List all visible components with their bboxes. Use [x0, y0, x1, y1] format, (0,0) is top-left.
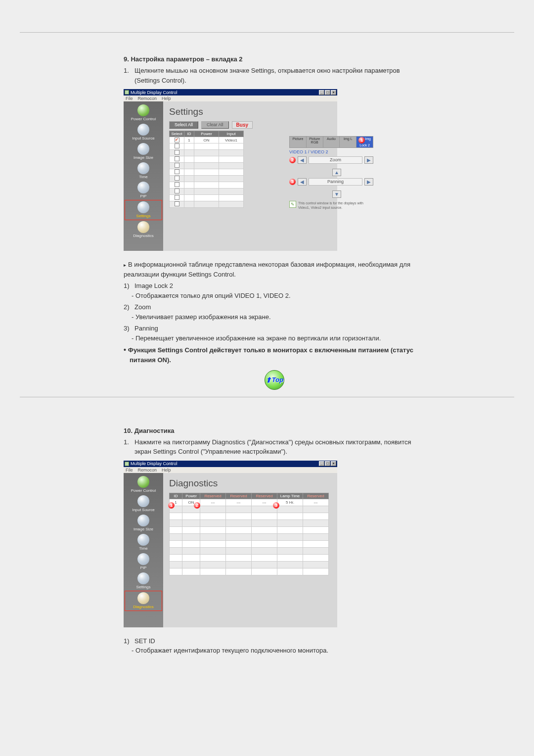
diagnostics-screenshot: Multiple Display Control _ □ × File Remo… — [124, 461, 337, 627]
minimize-icon[interactable]: _ — [319, 461, 324, 466]
sidebar-item-settings[interactable]: Settings — [124, 571, 163, 591]
note-icon: ✎ — [289, 201, 296, 208]
table-row[interactable] — [170, 150, 244, 156]
table-row[interactable] — [170, 163, 244, 169]
right-arrow-icon[interactable]: ▶ — [364, 156, 373, 164]
table-row[interactable] — [170, 176, 244, 182]
down-arrow-icon[interactable]: ▼ — [332, 190, 341, 198]
info-bullet: ▸В информационной таблице представлена н… — [124, 260, 425, 279]
checkbox-icon[interactable] — [175, 176, 179, 181]
maximize-icon[interactable]: □ — [325, 461, 330, 466]
settings-screenshot: Multiple Display Control _ □ × File Remo… — [124, 89, 337, 251]
sidebar-item-pip[interactable]: PIP — [124, 552, 163, 571]
sidebar-item-power[interactable]: Power Control — [124, 475, 163, 494]
badge-1: 1 — [168, 502, 175, 509]
settings-icon — [137, 572, 149, 584]
menu-help[interactable]: Help — [162, 468, 171, 472]
clear-all-button[interactable]: Clear All — [201, 121, 229, 129]
menu-help[interactable]: Help — [162, 96, 171, 101]
table-row[interactable] — [170, 506, 329, 513]
app-icon — [125, 90, 129, 94]
th-reserved: Reserved — [252, 493, 277, 499]
left-arrow-icon[interactable]: ◀ — [298, 156, 307, 164]
diagnostics-icon — [137, 221, 149, 233]
minimize-icon[interactable]: _ — [319, 90, 324, 95]
checkbox-icon[interactable] — [175, 189, 179, 193]
table-row[interactable] — [170, 547, 329, 554]
pip-icon — [137, 553, 149, 565]
table-row[interactable] — [170, 169, 244, 176]
section9-heading: 9. Настройка параметров – вкладка 2 — [124, 55, 425, 63]
diag-table: ID Power Reserved Reserved Reserved Lamp… — [169, 493, 329, 575]
top-button[interactable]: ⬆Top — [265, 370, 284, 390]
table-row[interactable] — [170, 568, 329, 575]
left-arrow-icon[interactable]: ◀ — [298, 178, 307, 186]
table-row[interactable] — [170, 201, 244, 208]
sidebar-item-time[interactable]: Time — [124, 533, 163, 552]
tab-imglock2[interactable]: 1Img Lock 2 — [356, 137, 373, 147]
badge-3: 3 — [289, 179, 296, 185]
window-title: Multiple Display Control — [131, 461, 319, 466]
table-row[interactable] — [170, 156, 244, 163]
table-row[interactable] — [170, 143, 244, 150]
sidebar-item-pip[interactable]: PIP — [124, 181, 163, 200]
diagnostics-icon — [137, 592, 149, 604]
menu-file[interactable]: File — [126, 468, 133, 472]
sidebar-item-size[interactable]: Image Size — [124, 142, 163, 161]
tab-picture[interactable]: Picture — [290, 137, 307, 147]
maximize-icon[interactable]: □ — [325, 90, 330, 95]
table-row[interactable] — [170, 540, 329, 547]
table-row[interactable]: 1 ON --- --- --- 5 Hr. --- — [170, 499, 329, 506]
tab-picture-rgb[interactable]: Picture RGB — [307, 137, 323, 147]
sidebar: Power Control Input Source Image Size Ti… — [124, 473, 163, 627]
checkbox-icon[interactable] — [175, 143, 179, 148]
main-panel: Diagnostics ID Power Reserved Re — [163, 473, 337, 627]
bullet-1: 1)SET ID - Отображает идентификатор теку… — [124, 636, 425, 656]
checkbox-icon[interactable] — [175, 163, 179, 168]
close-icon[interactable]: × — [331, 90, 336, 95]
select-all-button[interactable]: Select All — [169, 121, 198, 129]
checkbox-icon[interactable] — [175, 182, 179, 187]
tab-imgl[interactable]: Img L — [340, 137, 356, 147]
checkbox-icon[interactable] — [175, 195, 179, 200]
menu-file[interactable]: File — [126, 96, 133, 101]
sidebar-item-power[interactable]: Power Control — [124, 103, 163, 123]
panning-control: Panning — [309, 178, 362, 186]
video-label: VIDEO 1 / VIDEO 2 — [289, 149, 373, 154]
right-arrow-icon[interactable]: ▶ — [364, 178, 373, 186]
checkbox-icon[interactable] — [175, 150, 179, 155]
table-row[interactable] — [170, 182, 244, 189]
th-lamptime: Lamp Time — [277, 493, 303, 499]
sidebar-item-settings[interactable]: Settings — [125, 200, 162, 220]
up-arrow-icon[interactable]: ▲ — [332, 169, 341, 176]
table-row[interactable] — [170, 520, 329, 526]
checkbox-icon[interactable] — [175, 169, 179, 174]
power-icon — [137, 104, 149, 116]
menu-remocon[interactable]: Remocon — [138, 468, 157, 472]
input-source-icon — [137, 495, 149, 507]
sidebar-item-input[interactable]: Input Source — [124, 494, 163, 514]
tab-audio[interactable]: Audio — [323, 137, 340, 147]
section10-step: 1.Нажмите на пиктограмму Diagnostics ("Д… — [124, 437, 425, 457]
table-row[interactable] — [170, 195, 244, 201]
sidebar-item-size[interactable]: Image Size — [124, 514, 163, 533]
table-row[interactable] — [170, 189, 244, 195]
sidebar-item-diag[interactable]: Diagnostics — [124, 220, 163, 239]
checkbox-icon[interactable] — [175, 201, 179, 206]
sidebar-item-time[interactable]: Time — [124, 161, 163, 181]
table-row[interactable] — [170, 526, 329, 533]
sidebar-item-input[interactable]: Input Source — [124, 123, 163, 142]
bullet-3: 3)Panning - Перемещает увеличенное изобр… — [124, 324, 425, 343]
table-row[interactable] — [170, 513, 329, 520]
table-row[interactable] — [170, 533, 329, 540]
close-icon[interactable]: × — [331, 461, 336, 466]
table-row[interactable]: ✔ 1 ON Video1 — [170, 137, 244, 143]
table-row[interactable] — [170, 561, 329, 568]
menu-remocon[interactable]: Remocon — [138, 96, 157, 101]
sidebar-item-diag[interactable]: Diagnostics — [125, 591, 162, 611]
table-row[interactable] — [170, 554, 329, 561]
checkbox-icon[interactable] — [175, 156, 179, 161]
checkbox-icon[interactable]: ✔ — [175, 138, 179, 142]
power-icon — [137, 476, 149, 488]
warning-bullet: • Функция Settings Control действует тол… — [124, 345, 425, 365]
